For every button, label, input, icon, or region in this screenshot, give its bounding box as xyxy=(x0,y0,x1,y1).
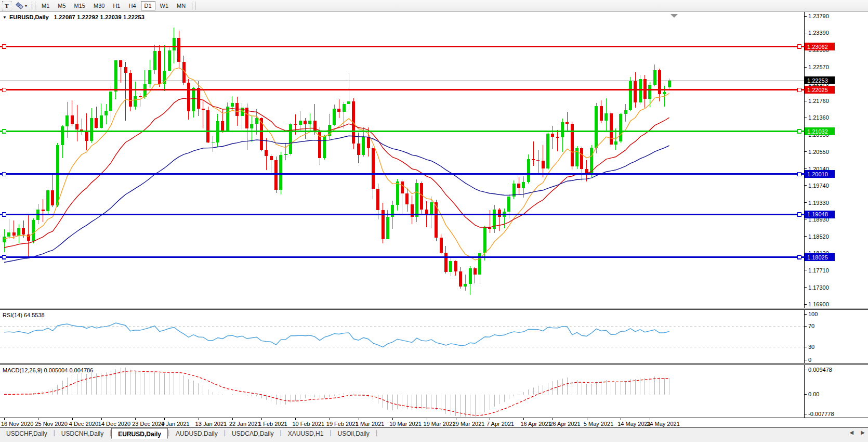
candle-body xyxy=(483,227,486,253)
candle xyxy=(250,115,253,142)
timeframe-button-h4[interactable]: H4 xyxy=(125,1,139,10)
text-tool-button[interactable]: T xyxy=(2,1,11,10)
candle xyxy=(95,107,98,129)
candle-body xyxy=(663,92,666,94)
rsi-panel[interactable]: 10070300 xyxy=(0,310,868,363)
horizontal-line[interactable] xyxy=(0,255,804,259)
candle xyxy=(299,111,302,130)
candle xyxy=(109,86,112,122)
line-drag-handle[interactable] xyxy=(3,129,6,133)
candle-body xyxy=(90,118,93,140)
line-drag-handle[interactable] xyxy=(3,213,6,216)
timeframe-button-h1[interactable]: H1 xyxy=(109,1,124,10)
candle-body xyxy=(401,181,404,193)
timeframe-button-m30[interactable]: M30 xyxy=(90,1,108,10)
ohlc-values: 1.22087 1.22292 1.22039 1.22253 xyxy=(54,14,144,20)
candle-body xyxy=(333,109,336,125)
candle xyxy=(580,147,583,180)
candle-body xyxy=(565,122,569,124)
candle xyxy=(575,146,578,169)
price-badge: 1.20010 xyxy=(805,170,835,178)
chart-tab-eurusd[interactable]: EURUSD,Daily xyxy=(111,428,168,439)
candle-body xyxy=(571,124,574,166)
candle xyxy=(32,218,35,243)
price-badge-label: 1.19048 xyxy=(807,211,828,217)
scroll-right-icon[interactable]: ▶ xyxy=(861,430,865,435)
expand-triangle-icon[interactable]: ▼ xyxy=(3,15,7,20)
line-drag-handle[interactable] xyxy=(798,213,801,216)
line-drag-handle[interactable] xyxy=(798,129,801,133)
date-axis[interactable]: 16 Nov 202025 Nov 20204 Dec 202014 Dec 2… xyxy=(0,418,868,428)
candle-body xyxy=(134,96,137,106)
candle xyxy=(337,99,340,118)
main-price-chart[interactable]: 1.237901.233901.229801.225701.221701.217… xyxy=(0,12,868,308)
line-drag-handle[interactable] xyxy=(798,255,801,259)
scroll-left-icon[interactable]: ◀ xyxy=(850,430,854,435)
price-tick-label: 1.19330 xyxy=(808,200,829,206)
candle xyxy=(440,235,443,255)
candle xyxy=(459,267,462,289)
chart-tab-usdcnh[interactable]: USDCNH,Daily xyxy=(55,428,110,438)
candle xyxy=(284,143,287,160)
horizontal-line[interactable] xyxy=(0,88,804,92)
candle xyxy=(173,28,176,63)
price-tick-label: 1.23790 xyxy=(808,13,829,19)
chart-tab-audusd[interactable]: AUDUSD,Daily xyxy=(169,428,224,438)
candle xyxy=(231,96,234,111)
timeframe-button-m5[interactable]: M5 xyxy=(54,1,69,10)
price-badge-label: 1.18025 xyxy=(807,254,828,261)
candle-body xyxy=(498,210,501,217)
candle xyxy=(512,180,516,199)
horizontal-line[interactable] xyxy=(0,45,804,48)
chart-tab-usdchf[interactable]: USDCHF,Daily xyxy=(0,428,54,438)
line-drag-handle[interactable] xyxy=(3,45,6,48)
toolbar-grip[interactable] xyxy=(32,2,35,10)
macd-tick-label: -0.007778 xyxy=(808,411,834,417)
candle xyxy=(488,210,491,233)
timeframe-button-mn[interactable]: MN xyxy=(173,1,189,10)
candle xyxy=(192,87,195,118)
line-drag-handle[interactable] xyxy=(798,45,801,48)
candle xyxy=(56,143,59,207)
timeframe-button-w1[interactable]: W1 xyxy=(156,1,173,10)
date-label: 16 Nov 2020 xyxy=(1,421,33,427)
chart-tab-usdcad[interactable]: USDCAD,Daily xyxy=(226,428,280,438)
timeframe-button-d1[interactable]: D1 xyxy=(141,1,155,10)
horizontal-line[interactable] xyxy=(0,172,804,176)
price-tick-label: 1.17710 xyxy=(808,267,829,274)
date-tick xyxy=(199,418,199,420)
candle-body xyxy=(580,148,583,168)
candle xyxy=(382,203,385,243)
date-tick xyxy=(650,418,650,420)
candle xyxy=(464,275,467,291)
line-drag-handle[interactable] xyxy=(3,172,6,176)
candle-body xyxy=(624,110,627,114)
date-label: 13 Jan 2021 xyxy=(195,421,227,427)
date-label: 1 Feb 2021 xyxy=(258,421,287,427)
candle xyxy=(206,107,209,144)
candle-body xyxy=(187,83,190,111)
line-drag-handle[interactable] xyxy=(3,88,6,92)
line-drag-handle[interactable] xyxy=(798,88,801,92)
candle xyxy=(629,77,632,112)
date-tick xyxy=(135,418,136,420)
candle-body xyxy=(386,217,389,239)
candle-body xyxy=(590,148,593,173)
candle xyxy=(61,125,64,158)
candle-body xyxy=(255,118,258,123)
chart-tab-xauusd[interactable]: XAUUSD,H1 xyxy=(282,428,330,438)
line-drag-handle[interactable] xyxy=(3,255,6,259)
horizontal-line[interactable] xyxy=(0,129,804,133)
candle xyxy=(46,190,49,214)
candle-body xyxy=(653,70,656,85)
macd-panel[interactable]: 0.0094780.00-0.007778 xyxy=(0,365,868,418)
timeframe-button-m15[interactable]: M15 xyxy=(71,1,89,10)
candle xyxy=(430,197,433,228)
line-drag-handle[interactable] xyxy=(798,172,801,176)
chart-tab-usoil[interactable]: USOil,Daily xyxy=(332,428,376,438)
cursor-mode-button[interactable]: ▾ xyxy=(12,1,29,10)
date-tick xyxy=(38,418,38,420)
candle xyxy=(226,102,229,132)
timeframe-button-m1[interactable]: M1 xyxy=(38,1,53,10)
toolbar-grip[interactable] xyxy=(192,2,195,10)
